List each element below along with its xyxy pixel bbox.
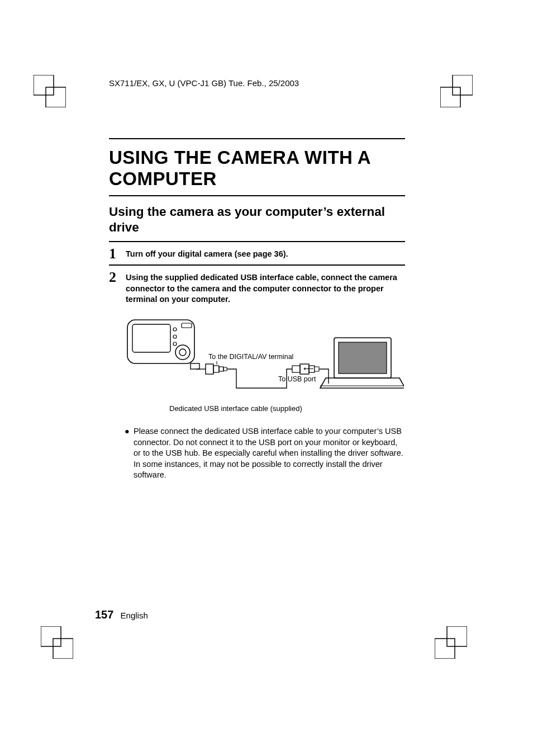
diagram-label-usb: To USB port <box>278 375 316 383</box>
laptop-icon <box>320 338 404 388</box>
svg-rect-19 <box>219 367 223 371</box>
svg-rect-8 <box>127 320 194 363</box>
svg-rect-21 <box>292 366 300 372</box>
section-subtitle: Using the camera as your computer’s exte… <box>109 204 405 235</box>
svg-rect-4 <box>41 626 61 646</box>
page-number: 157 <box>95 608 113 621</box>
svg-rect-17 <box>206 364 213 374</box>
rule <box>109 138 405 139</box>
step-number: 2 <box>109 270 126 285</box>
svg-rect-27 <box>339 342 387 374</box>
svg-rect-0 <box>34 75 54 95</box>
page-language: English <box>121 611 148 620</box>
crop-mark-br <box>435 626 467 659</box>
svg-text:⟵: ⟵ <box>303 365 314 373</box>
crop-mark-tl <box>34 75 66 107</box>
page-title: USING THE CAMERA WITH A COMPUTER <box>109 147 405 190</box>
diagram-label-terminal: To the DIGITAL/AV terminal <box>208 353 293 361</box>
svg-rect-5 <box>53 639 73 659</box>
svg-rect-2 <box>453 75 473 95</box>
svg-rect-1 <box>46 87 66 107</box>
svg-rect-16 <box>191 363 199 369</box>
page-footer: 157 English <box>95 608 148 621</box>
note-text: Please connect the dedicated USB interfa… <box>134 426 405 481</box>
svg-rect-3 <box>440 87 460 107</box>
step-number: 1 <box>109 247 126 261</box>
svg-rect-18 <box>213 366 219 372</box>
step-2: 2 Using the supplied dedicated USB inter… <box>109 270 405 305</box>
bullet-icon: ● <box>125 426 134 481</box>
step-text: Using the supplied dedicated USB interfa… <box>126 270 405 305</box>
step-1: 1 Turn off your digital camera (see page… <box>109 247 405 261</box>
svg-rect-9 <box>132 324 170 352</box>
svg-rect-6 <box>447 626 467 646</box>
note-bullet: ● Please connect the dedicated USB inter… <box>125 426 405 481</box>
svg-point-14 <box>173 342 177 346</box>
svg-point-11 <box>179 349 186 356</box>
crop-mark-bl <box>41 626 73 659</box>
svg-point-13 <box>173 335 177 338</box>
step-text: Turn off your digital camera (see page 3… <box>126 247 288 260</box>
svg-rect-7 <box>435 639 455 659</box>
svg-rect-24 <box>315 367 319 371</box>
connection-diagram: ⟵ To the DIGITAL/AV terminal To USB port… <box>125 315 405 413</box>
rule <box>109 241 405 242</box>
document-header: SX711/EX, GX, U (VPC-J1 GB) Tue. Feb., 2… <box>109 78 405 88</box>
crop-mark-tr <box>440 75 473 107</box>
diagram-caption: Dedicated USB interface cable (supplied) <box>169 404 405 413</box>
svg-rect-15 <box>182 323 192 328</box>
svg-point-10 <box>175 345 190 360</box>
rule <box>109 195 405 196</box>
camera-icon <box>127 320 199 369</box>
page-content: SX711/EX, GX, U (VPC-J1 GB) Tue. Feb., 2… <box>109 78 405 481</box>
rule <box>109 264 405 266</box>
svg-rect-20 <box>223 367 227 371</box>
svg-point-12 <box>173 328 177 331</box>
